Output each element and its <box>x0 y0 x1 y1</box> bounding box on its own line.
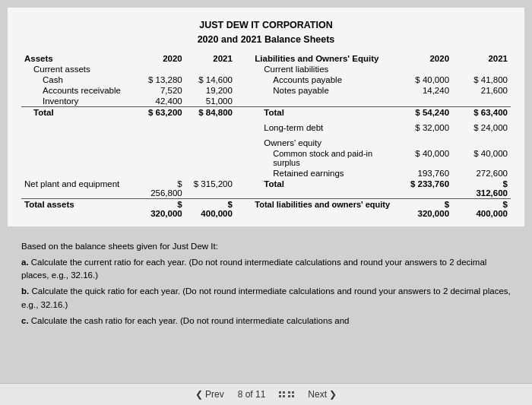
net-plant-2021: $ 315,200 <box>185 179 236 199</box>
owners-equity-label: Owners' equity <box>252 138 394 148</box>
questions-section: Based on the balance sheets given for Ju… <box>8 234 524 334</box>
prev-label: Prev <box>205 389 224 400</box>
balance-sheet-container: JUST DEW IT CORPORATION 2020 and 2021 Ba… <box>8 8 524 226</box>
questions-intro: Based on the balance sheets given for Ju… <box>21 240 511 253</box>
year-2020-left: 2020 <box>135 53 185 64</box>
net-plant-2020: $ 256,800 <box>135 179 185 199</box>
cash-label: Cash <box>21 74 135 85</box>
balance-sheet-table: Assets 2020 2021 Liabilities and Owners'… <box>21 53 511 219</box>
total-liabilities-label: Total liabilities and owners' equity <box>252 198 394 219</box>
inventory-2020: 42,400 <box>135 96 185 107</box>
year-2021-right: 2021 <box>452 53 511 64</box>
company-name: JUST DEW IT CORPORATION <box>21 18 511 33</box>
notes-payable-2020: 14,240 <box>394 85 452 96</box>
long-term-debt-2021: $ 24,000 <box>452 122 511 133</box>
sheet-title: 2020 and 2021 Balance Sheets <box>21 33 511 47</box>
inventory-label: Inventory <box>21 96 135 107</box>
liabilities-total-2020: $ 54,240 <box>394 106 452 118</box>
net-plant-label: Net plant and equipment <box>21 179 135 199</box>
question-b: b. Calculate the quick ratio for each ye… <box>21 285 511 312</box>
retained-earnings-label: Retained earnings <box>252 168 394 179</box>
total-assets-label: Total assets <box>21 198 135 219</box>
assets-header: Assets <box>21 53 135 64</box>
current-assets-label: Current assets <box>21 64 135 74</box>
equity-total-2021: $ 312,600 <box>452 179 511 199</box>
grand-total-2021: $ 400,000 <box>452 198 511 219</box>
question-c: c. Calculate the cash ratio for each yea… <box>21 315 511 327</box>
accounts-payable-2021: $ 41,800 <box>452 74 511 85</box>
year-2020-right: 2020 <box>394 53 452 64</box>
total-assets-2021: $ 400,000 <box>185 198 236 219</box>
grand-total-2020: $ 320,000 <box>394 198 452 219</box>
year-2021-left: 2021 <box>185 53 236 64</box>
assets-total-2021: $ 84,800 <box>185 106 236 118</box>
next-label: Next <box>308 389 327 400</box>
ar-2021: 19,200 <box>185 85 236 96</box>
page-header: JUST DEW IT CORPORATION 2020 and 2021 Ba… <box>21 18 511 47</box>
cash-2020: $ 13,280 <box>135 74 185 85</box>
navigation-bar: ❮ Prev 8 of 11 Next ❯ <box>0 383 532 405</box>
common-stock-2020: $ 40,000 <box>394 148 452 168</box>
retained-earnings-2020: 193,760 <box>394 168 452 179</box>
equity-total-2020: $ 233,760 <box>394 179 452 199</box>
long-term-debt-label: Long-term debt <box>252 122 394 133</box>
grid-icon[interactable] <box>279 391 294 397</box>
accounts-payable-2020: $ 40,000 <box>394 74 452 85</box>
cash-2021: $ 14,600 <box>185 74 236 85</box>
question-a: a. Calculate the current ratio for each … <box>21 256 511 283</box>
prev-button[interactable]: ❮ Prev <box>195 389 224 400</box>
liabilities-total-label: Total <box>252 106 394 118</box>
page-number: 8 of 11 <box>238 389 266 400</box>
liabilities-header: Liabilities and Owners' Equity <box>252 53 394 64</box>
retained-earnings-2021: 272,600 <box>452 168 511 179</box>
assets-total-label: Total <box>21 106 135 118</box>
inventory-2021: 51,000 <box>185 96 236 107</box>
assets-total-2020: $ 63,200 <box>135 106 185 118</box>
prev-chevron-icon: ❮ <box>195 389 203 400</box>
current-liabilities-label: Current liabilities <box>252 64 394 74</box>
common-stock-2021: $ 40,000 <box>452 148 511 168</box>
notes-payable-label: Notes payable <box>252 85 394 96</box>
next-button[interactable]: Next ❯ <box>308 389 337 400</box>
ar-label: Accounts receivable <box>21 85 135 96</box>
accounts-payable-label: Accounts payable <box>252 74 394 85</box>
total-label: Total <box>252 179 394 199</box>
common-stock-label: Common stock and paid-in surplus <box>252 148 394 168</box>
ar-2020: 7,520 <box>135 85 185 96</box>
long-term-debt-2020: $ 32,000 <box>394 122 452 133</box>
next-chevron-icon: ❯ <box>329 389 337 400</box>
notes-payable-2021: 21,600 <box>452 85 511 96</box>
liabilities-total-2021: $ 63,400 <box>452 106 511 118</box>
total-assets-2020: $ 320,000 <box>135 198 185 219</box>
